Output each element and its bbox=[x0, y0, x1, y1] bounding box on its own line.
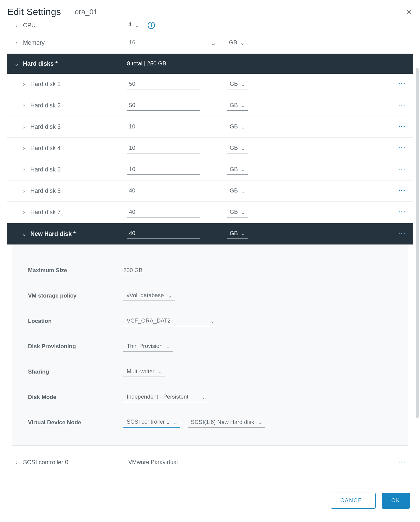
chevron-right-icon[interactable]: › bbox=[21, 187, 27, 194]
memory-unit-select[interactable]: GB bbox=[226, 38, 247, 48]
disk-size-input[interactable] bbox=[127, 79, 200, 89]
chevron-right-icon[interactable]: › bbox=[21, 81, 27, 88]
chevron-right-icon[interactable]: › bbox=[21, 145, 27, 152]
chevron-right-icon[interactable]: › bbox=[14, 39, 20, 46]
kebab-icon[interactable]: ⋮ bbox=[398, 123, 406, 130]
kebab-icon[interactable]: ⋮ bbox=[398, 187, 406, 194]
kebab-icon[interactable]: ⋮ bbox=[398, 165, 406, 173]
hard-disk-row: ›Hard disk 7 GB⌄ ⋮ bbox=[7, 202, 413, 223]
scsi-value: VMware Paravirtual bbox=[127, 459, 178, 466]
hard-disk-row: ›Hard disk 1 GB⌄ ⋮ bbox=[7, 74, 413, 95]
disk-size-input[interactable] bbox=[127, 207, 200, 217]
location-label: Location bbox=[28, 318, 123, 325]
title-separator bbox=[68, 6, 68, 18]
max-size-value: 200 GB bbox=[123, 267, 143, 274]
disk-label: Hard disk 4 bbox=[30, 145, 61, 152]
storage-policy-label: VM storage policy bbox=[28, 293, 123, 299]
chevron-right-icon[interactable]: › bbox=[14, 459, 20, 466]
sharing-label: Sharing bbox=[28, 369, 123, 375]
kebab-icon[interactable]: ⋮ bbox=[398, 230, 406, 237]
settings-content: › CPU 4 ⌄ i › Memory bbox=[7, 21, 413, 479]
cpu-label: CPU bbox=[23, 22, 36, 29]
kebab-icon[interactable]: ⋮ bbox=[398, 208, 406, 215]
hard-disks-summary: 8 total | 250 GB bbox=[127, 60, 166, 67]
max-size-label: Maximum Size bbox=[28, 267, 123, 274]
new-hard-disk-row[interactable]: ⌄New Hard disk * GB⌄ ⋮ bbox=[7, 223, 413, 244]
chevron-right-icon[interactable]: › bbox=[21, 102, 27, 109]
kebab-icon[interactable]: ⋮ bbox=[398, 144, 406, 151]
hard-disk-row: ›Hard disk 4 GB⌄ ⋮ bbox=[7, 138, 413, 159]
disk-unit-select[interactable]: GB bbox=[227, 207, 248, 217]
disk-label: Hard disk 6 bbox=[30, 187, 61, 194]
disk-unit-select[interactable]: GB bbox=[227, 101, 248, 111]
disk-mode-label: Disk Mode bbox=[28, 394, 123, 401]
hard-disk-row: ›Hard disk 3 GB⌄ ⋮ bbox=[7, 116, 413, 138]
provisioning-select[interactable]: Thin Provision bbox=[123, 342, 173, 352]
chevron-right-icon[interactable]: › bbox=[14, 22, 20, 29]
disk-size-input[interactable] bbox=[127, 143, 200, 153]
sharing-select[interactable]: Multi-writer bbox=[123, 367, 165, 377]
disk-label: Hard disk 5 bbox=[30, 166, 61, 173]
disk-size-input[interactable] bbox=[127, 165, 200, 175]
hard-disk-row: ›Hard disk 5 GB⌄ ⋮ bbox=[7, 159, 413, 180]
disk-size-input[interactable] bbox=[127, 186, 200, 196]
scrollbar[interactable] bbox=[416, 68, 419, 418]
disk-label: Hard disk 3 bbox=[30, 123, 61, 130]
hard-disk-row: ›Hard disk 2 GB⌄ ⋮ bbox=[7, 95, 413, 116]
disk-label: Hard disk 1 bbox=[30, 81, 61, 88]
new-disk-unit-select[interactable]: GB bbox=[227, 229, 248, 239]
new-disk-size-input[interactable] bbox=[127, 229, 200, 239]
disk-size-input[interactable] bbox=[127, 101, 200, 111]
kebab-icon[interactable]: ⋮ bbox=[398, 80, 406, 87]
disk-label: Hard disk 7 bbox=[30, 209, 61, 216]
memory-row: › Memory ⌄ GB ⌄ bbox=[7, 32, 413, 54]
cpu-row: › CPU 4 ⌄ i bbox=[7, 21, 413, 32]
dialog-title: Edit Settings bbox=[7, 7, 61, 17]
hard-disks-label: Hard disks * bbox=[23, 60, 58, 67]
edit-settings-dialog: Edit Settings ora_01 ✕ › CPU 4 ⌄ i bbox=[0, 0, 420, 522]
chevron-right-icon[interactable]: › bbox=[21, 209, 27, 216]
dialog-header: Edit Settings ora_01 ✕ bbox=[0, 0, 420, 21]
chevron-down-icon: ⌄ bbox=[21, 230, 27, 237]
close-icon[interactable]: ✕ bbox=[405, 7, 413, 17]
chevron-down-icon[interactable]: ⌄ bbox=[210, 39, 216, 47]
vm-name: ora_01 bbox=[75, 8, 98, 16]
location-select[interactable]: VCF_ORA_DAT2 bbox=[123, 317, 217, 326]
disk-unit-select[interactable]: GB bbox=[227, 122, 248, 132]
info-icon[interactable]: i bbox=[148, 22, 155, 29]
disk-unit-select[interactable]: GB bbox=[227, 79, 248, 89]
dialog-footer: CANCEL OK bbox=[0, 479, 420, 522]
cancel-button[interactable]: CANCEL bbox=[331, 493, 376, 509]
scsi-label: SCSI controller 0 bbox=[23, 459, 68, 466]
chevron-down-icon: ⌄ bbox=[14, 60, 20, 67]
scsi-controller-row: ›SCSI controller 0 VMware Paravirtual ⋮ bbox=[7, 452, 413, 473]
disk-unit-select[interactable]: GB bbox=[227, 165, 248, 175]
disk-unit-select[interactable]: GB bbox=[227, 186, 248, 196]
kebab-icon[interactable]: ⋮ bbox=[398, 101, 406, 109]
ok-button[interactable]: OK bbox=[382, 493, 410, 509]
memory-input[interactable] bbox=[127, 38, 214, 48]
vdn-controller-select[interactable]: SCSI controller 1 bbox=[123, 418, 180, 428]
chevron-right-icon[interactable]: › bbox=[21, 166, 27, 173]
vdn-label: Virtual Device Node bbox=[28, 419, 123, 426]
memory-label: Memory bbox=[23, 39, 45, 46]
disk-size-input[interactable] bbox=[127, 122, 200, 132]
new-disk-detail-panel: Maximum Size 200 GB VM storage policy vV… bbox=[12, 244, 408, 446]
hard-disks-section-header[interactable]: ⌄ Hard disks * 8 total | 250 GB bbox=[7, 54, 413, 74]
disk-unit-select[interactable]: GB bbox=[227, 143, 248, 153]
hard-disk-row: ›Hard disk 6 GB⌄ ⋮ bbox=[7, 180, 413, 202]
kebab-icon[interactable]: ⋮ bbox=[398, 458, 406, 466]
chevron-right-icon[interactable]: › bbox=[21, 123, 27, 130]
chevron-down-icon: ⌄ bbox=[135, 23, 139, 28]
disk-mode-select[interactable]: Independent - Persistent bbox=[123, 393, 208, 402]
storage-policy-select[interactable]: vVol_database bbox=[123, 291, 175, 301]
vdn-slot-select[interactable]: SCSI(1:6) New Hard disk bbox=[188, 418, 265, 428]
provisioning-label: Disk Provisioning bbox=[28, 343, 123, 350]
new-disk-label: New Hard disk * bbox=[30, 230, 76, 237]
disk-label: Hard disk 2 bbox=[30, 102, 61, 109]
scsi-controller-row: ›SCSI controller 1 VMware Paravirtual ⋮ bbox=[7, 473, 413, 479]
